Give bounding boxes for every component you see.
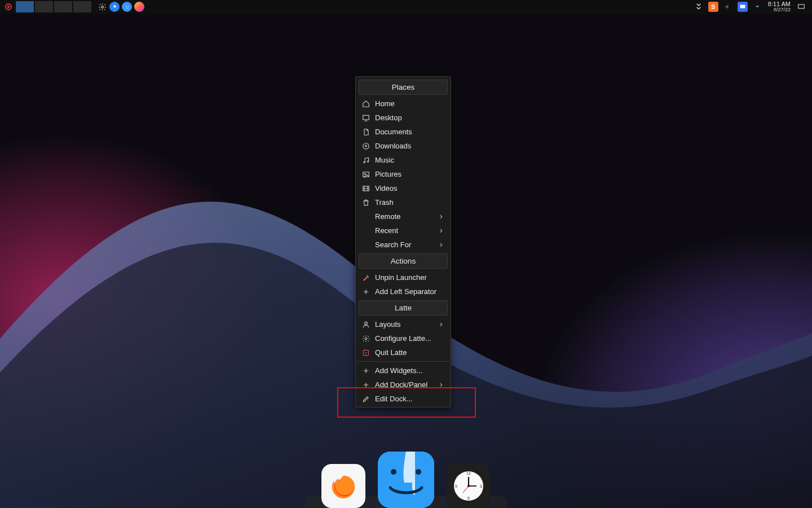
- svg-point-28: [365, 338, 367, 340]
- pencil-icon: [361, 395, 370, 404]
- blank-icon: [361, 240, 370, 249]
- menu-item-add-widgets[interactable]: Add Widgets...: [357, 364, 449, 378]
- menu-item-layouts[interactable]: Layouts: [357, 317, 449, 331]
- settings-gear-icon[interactable]: [97, 2, 107, 12]
- home-icon: [361, 99, 370, 108]
- svg-rect-5: [740, 5, 745, 8]
- tray-volume-icon[interactable]: [723, 2, 733, 12]
- top-panel: S 8:11 AM 8/27/22: [0, 0, 812, 14]
- svg-text:9: 9: [455, 484, 457, 488]
- documents-icon: [361, 128, 370, 137]
- panel-app-store-icon[interactable]: [109, 2, 120, 12]
- menu-item-label: Music: [375, 156, 445, 164]
- svg-point-27: [365, 322, 368, 325]
- svg-point-3: [125, 6, 126, 6]
- menu-item-search-for[interactable]: Search For: [357, 238, 449, 252]
- task-switcher-item-4[interactable]: [73, 1, 91, 12]
- tray-icon-1[interactable]: [694, 2, 704, 12]
- chevron-right-icon: [438, 382, 445, 388]
- panel-app-icon-3[interactable]: [134, 2, 144, 12]
- task-switcher-item-1[interactable]: [16, 1, 34, 12]
- dock-finder-icon[interactable]: [378, 452, 434, 508]
- menu-item-videos[interactable]: Videos: [357, 181, 449, 195]
- svg-point-9: [391, 469, 396, 475]
- menu-item-label: Recent: [375, 226, 438, 235]
- menu-item-label: Trash: [375, 198, 445, 207]
- task-switcher-item-2[interactable]: [35, 1, 53, 12]
- record-indicator[interactable]: [3, 2, 14, 12]
- menu-item-quit-latte[interactable]: Quit Latte: [357, 345, 449, 360]
- svg-point-25: [364, 173, 365, 174]
- svg-point-2: [101, 6, 103, 8]
- svg-rect-6: [798, 5, 805, 8]
- blank-icon: [361, 226, 370, 235]
- pictures-icon: [361, 170, 370, 179]
- menu-item-downloads[interactable]: Downloads: [357, 139, 449, 153]
- menu-item-label: Add Left Separator: [375, 287, 445, 296]
- menu-item-edit-dock[interactable]: Edit Dock...: [357, 392, 449, 406]
- menu-item-label: Add Dock/Panel: [375, 380, 438, 389]
- svg-point-23: [367, 161, 368, 162]
- task-switcher-item-3[interactable]: [54, 1, 72, 12]
- menu-item-label: Home: [375, 99, 445, 108]
- menu-item-label: Add Widgets...: [375, 366, 445, 375]
- menu-item-add-dock-panel[interactable]: Add Dock/Panel: [357, 378, 449, 392]
- svg-point-10: [416, 469, 421, 475]
- menu-item-label: Edit Dock...: [375, 395, 445, 403]
- panel-finder-icon[interactable]: [122, 2, 132, 12]
- unpin-icon: [361, 273, 370, 282]
- plus-icon: [361, 380, 370, 389]
- svg-point-4: [127, 6, 128, 6]
- menu-item-desktop[interactable]: Desktop: [357, 111, 449, 125]
- menu-header-latte: Latte: [359, 300, 448, 316]
- menu-item-unpin-launcher[interactable]: Unpin Launcher: [357, 270, 449, 284]
- menu-header-places: Places: [359, 80, 448, 95]
- menu-item-label: Remote: [375, 212, 438, 221]
- menu-item-configure-latte[interactable]: Configure Latte...: [357, 331, 449, 345]
- tray-show-desktop-icon[interactable]: [796, 2, 806, 12]
- quit-icon: [361, 348, 370, 357]
- menu-item-add-left-separator[interactable]: Add Left Separator: [357, 284, 449, 299]
- downloads-icon: [361, 142, 370, 151]
- menu-item-label: Layouts: [375, 320, 438, 329]
- svg-point-22: [364, 161, 365, 163]
- tray-orange-app-icon[interactable]: S: [708, 2, 718, 12]
- menu-item-trash[interactable]: Trash: [357, 195, 449, 209]
- menu-item-music[interactable]: Music: [357, 153, 449, 167]
- chevron-right-icon: [438, 228, 445, 234]
- trash-icon: [361, 198, 370, 207]
- plus-icon: [361, 287, 370, 296]
- gear-icon: [361, 334, 370, 343]
- tray-expand-icon[interactable]: [752, 2, 762, 12]
- music-icon: [361, 156, 370, 165]
- menu-item-label: Quit Latte: [375, 348, 445, 357]
- dock: 123 69: [311, 448, 501, 508]
- tray-orange-app-label: S: [711, 3, 715, 10]
- dock-clock-icon[interactable]: 123 69: [447, 464, 491, 508]
- chevron-right-icon: [438, 322, 445, 327]
- panel-clock[interactable]: 8:11 AM 8/27/22: [768, 1, 791, 12]
- chevron-right-icon: [438, 214, 445, 220]
- menu-item-remote[interactable]: Remote: [357, 209, 449, 224]
- menu-item-label: Configure Latte...: [375, 334, 445, 343]
- menu-item-recent[interactable]: Recent: [357, 224, 449, 238]
- menu-header-actions: Actions: [359, 253, 448, 269]
- menu-item-label: Videos: [375, 184, 445, 192]
- tray-display-icon[interactable]: [738, 2, 748, 12]
- dock-firefox-icon[interactable]: [321, 464, 365, 508]
- user-icon: [361, 320, 370, 329]
- dock-context-menu: Places Home Desktop Documents Downloads …: [355, 76, 451, 408]
- videos-icon: [361, 184, 370, 193]
- menu-item-label: Desktop: [375, 113, 445, 122]
- menu-item-pictures[interactable]: Pictures: [357, 167, 449, 181]
- blank-icon: [361, 212, 370, 221]
- desktop-icon: [361, 113, 370, 122]
- menu-item-label: Search For: [375, 240, 438, 249]
- svg-text:12: 12: [466, 471, 471, 475]
- menu-item-home[interactable]: Home: [357, 97, 449, 111]
- svg-rect-20: [363, 115, 369, 120]
- menu-separator: [357, 361, 449, 362]
- menu-item-documents[interactable]: Documents: [357, 125, 449, 139]
- svg-point-19: [467, 485, 470, 487]
- menu-item-label: Pictures: [375, 170, 445, 178]
